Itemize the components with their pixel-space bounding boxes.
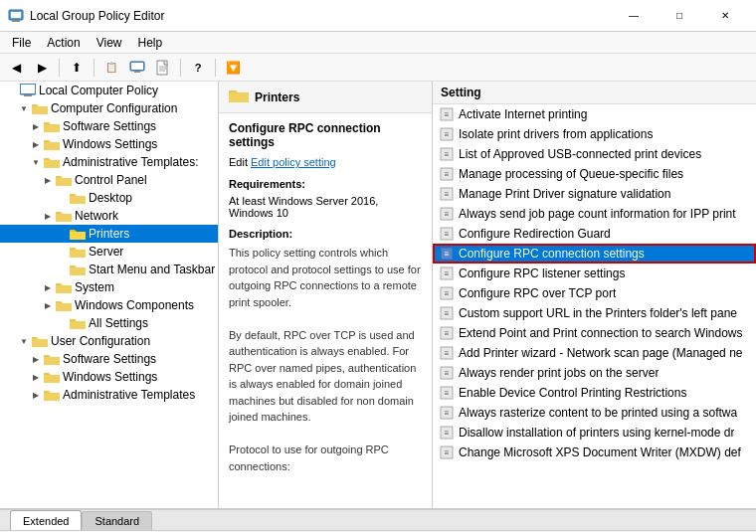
tree-item-local-policy[interactable]: Local Computer Policy <box>0 82 218 99</box>
settings-item-16[interactable]: ≡ Disallow installation of printers usin… <box>433 423 756 443</box>
tree-label-local-policy: Local Computer Policy <box>39 84 158 97</box>
settings-item-7[interactable]: ≡ Configure RPC connection settings <box>433 244 756 264</box>
expand-computer-config: ▼ <box>16 100 32 116</box>
tree-item-control-panel[interactable]: ▶ Control Panel <box>0 171 218 189</box>
tree-label-all-settings: All Settings <box>89 316 148 330</box>
tree-item-windows-settings[interactable]: ▶ Windows Settings <box>0 135 218 153</box>
svg-text:≡: ≡ <box>445 369 450 378</box>
tree-item-start-menu[interactable]: Start Menu and Taskbar <box>0 261 218 278</box>
help-button[interactable]: ? <box>186 57 210 79</box>
tree-label-start-menu: Start Menu and Taskbar <box>89 263 215 276</box>
setting-label-12: Add Printer wizard - Network scan page (… <box>459 346 742 360</box>
tree-label-printers: Printers <box>89 227 129 241</box>
settings-item-12[interactable]: ≡ Add Printer wizard - Network scan page… <box>433 343 756 363</box>
settings-item-1[interactable]: ≡ Isolate print drivers from application… <box>433 124 756 144</box>
svg-rect-26 <box>32 339 48 347</box>
tree-panel: Local Computer Policy ▼ Computer Configu… <box>0 82 219 508</box>
show-hide-button[interactable]: 📋 <box>99 57 123 79</box>
menu-action[interactable]: Action <box>39 34 88 52</box>
svg-text:≡: ≡ <box>445 170 450 179</box>
folder-icon-start-menu <box>70 262 86 277</box>
expand-admin-templates: ▼ <box>28 154 44 170</box>
svg-rect-24 <box>56 303 72 311</box>
settings-item-11[interactable]: ≡ Extend Point and Print connection to s… <box>433 323 756 343</box>
menu-view[interactable]: View <box>89 34 130 52</box>
settings-item-10[interactable]: ≡ Custom support URL in the Printers fol… <box>433 303 756 323</box>
svg-text:≡: ≡ <box>445 269 450 278</box>
tree-item-server[interactable]: Server <box>0 243 218 261</box>
tree-item-windows-components[interactable]: ▶ Windows Components <box>0 296 218 314</box>
settings-item-15[interactable]: ≡ Always rasterize content to be printed… <box>433 403 756 423</box>
svg-text:≡: ≡ <box>445 309 450 318</box>
setting-icon-12: ≡ <box>439 345 455 361</box>
minimize-button[interactable]: — <box>611 0 657 32</box>
svg-rect-1 <box>11 12 21 18</box>
setting-icon-7: ≡ <box>439 246 455 262</box>
folder-icon-desktop <box>70 190 86 206</box>
tree-label-user-admin: Administrative Templates <box>63 388 195 402</box>
setting-label-3: Manage processing of Queue-specific file… <box>459 167 683 181</box>
setting-icon-9: ≡ <box>439 285 455 301</box>
tree-item-admin-templates[interactable]: ▼ Administrative Templates: <box>0 153 218 171</box>
setting-label-6: Configure Redirection Guard <box>459 227 611 241</box>
setting-icon-6: ≡ <box>439 226 455 242</box>
forward-button[interactable]: ▶ <box>30 57 54 79</box>
svg-rect-30 <box>229 92 249 102</box>
tree-item-user-admin[interactable]: ▶ Administrative Templates <box>0 386 218 404</box>
edit-label: Edit <box>229 156 251 168</box>
menu-file[interactable]: File <box>4 34 39 52</box>
settings-item-14[interactable]: ≡ Enable Device Control Printing Restric… <box>433 383 756 403</box>
expand-user-windows: ▶ <box>28 369 44 385</box>
svg-rect-28 <box>44 375 60 383</box>
tab-standard[interactable]: Standard <box>82 511 152 530</box>
doc-button[interactable] <box>151 57 175 79</box>
toolbar-separator-2 <box>94 59 94 77</box>
settings-item-17[interactable]: ≡ Change Microsoft XPS Document Writer (… <box>433 443 756 462</box>
edit-policy-link[interactable]: Edit policy setting <box>251 156 336 168</box>
tree-item-user-software[interactable]: ▶ Software Settings <box>0 350 218 368</box>
menu-help[interactable]: Help <box>130 34 171 52</box>
settings-item-13[interactable]: ≡ Always render print jobs on the server <box>433 363 756 383</box>
settings-item-4[interactable]: ≡ Manage Print Driver signature validati… <box>433 184 756 204</box>
toolbar-separator-1 <box>59 59 60 77</box>
back-button[interactable]: ◀ <box>4 57 28 79</box>
tree-item-desktop[interactable]: Desktop <box>0 189 218 207</box>
close-button[interactable]: ✕ <box>702 0 748 32</box>
folder-icon-system <box>56 279 72 295</box>
middle-panel: Printers Configure RPC connection settin… <box>219 82 433 508</box>
tree-item-user-config[interactable]: ▼ User Configuration <box>0 332 218 350</box>
setting-label-2: List of Approved USB-connected print dev… <box>459 147 701 161</box>
expand-network: ▶ <box>40 208 56 224</box>
settings-item-9[interactable]: ≡ Configure RPC over TCP port <box>433 283 756 303</box>
svg-rect-29 <box>44 393 60 401</box>
tree-item-software-settings[interactable]: ▶ Software Settings <box>0 117 218 135</box>
tree-item-system[interactable]: ▶ System <box>0 278 218 296</box>
expand-start-menu <box>40 262 56 277</box>
settings-item-6[interactable]: ≡ Configure Redirection Guard <box>433 224 756 244</box>
tab-extended[interactable]: Extended <box>10 510 82 530</box>
req-label: Requirements: <box>229 178 305 190</box>
tree-item-computer-config[interactable]: ▼ Computer Configuration <box>0 99 218 117</box>
tree-item-user-windows[interactable]: ▶ Windows Settings <box>0 368 218 386</box>
expand-all-settings <box>40 315 56 331</box>
computer-button[interactable] <box>125 57 149 79</box>
up-button[interactable]: ⬆ <box>65 57 89 79</box>
svg-rect-21 <box>70 250 86 258</box>
settings-item-8[interactable]: ≡ Configure RPC listener settings <box>433 264 756 283</box>
tree-item-all-settings[interactable]: All Settings <box>0 314 218 332</box>
right-header: Setting <box>433 82 756 104</box>
tree-item-network[interactable]: ▶ Network <box>0 207 218 225</box>
svg-text:≡: ≡ <box>445 289 450 298</box>
settings-item-3[interactable]: ≡ Manage processing of Queue-specific fi… <box>433 164 756 184</box>
filter-button[interactable]: 🔽 <box>221 57 245 79</box>
app-icon <box>8 8 24 24</box>
settings-item-2[interactable]: ≡ List of Approved USB-connected print d… <box>433 144 756 164</box>
toolbar: ◀ ▶ ⬆ 📋 ? 🔽 <box>0 54 756 82</box>
settings-item-0[interactable]: ≡ Activate Internet printing <box>433 104 756 124</box>
settings-item-5[interactable]: ≡ Always send job page count information… <box>433 204 756 224</box>
tree-item-printers[interactable]: Printers <box>0 225 218 243</box>
setting-label-5: Always send job page count information f… <box>459 207 736 221</box>
setting-label-1: Isolate print drivers from applications <box>459 127 653 141</box>
maximize-button[interactable]: □ <box>657 0 702 32</box>
folder-icon-all-settings <box>70 315 86 331</box>
